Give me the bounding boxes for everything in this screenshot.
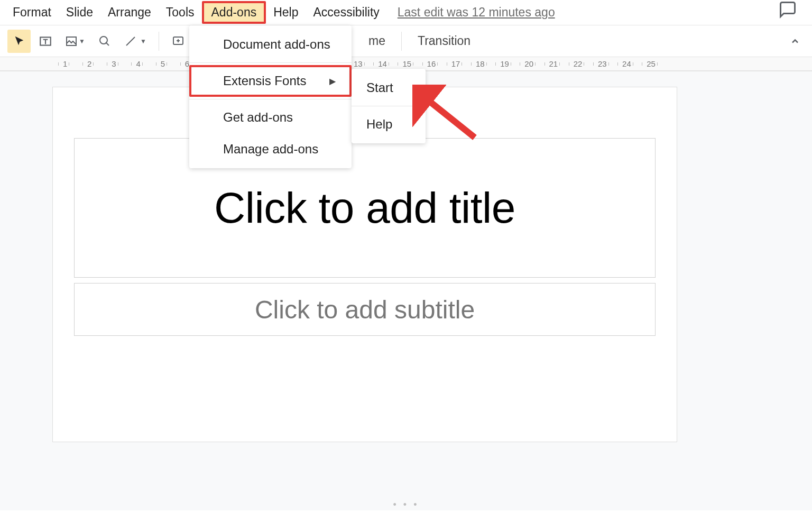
menu-format[interactable]: Format [5,3,59,22]
ruler-tick: 4 [126,59,151,68]
ruler-tick: 5 [151,59,175,68]
ruler-tick: 25 [639,59,663,68]
ruler-tick: 16 [419,59,444,68]
submenu-help[interactable]: Help [352,108,426,140]
toolbar-separator [401,32,402,51]
title-placeholder[interactable]: Click to add title [74,138,656,278]
addons-manage-addons[interactable]: Manage add-ons [189,133,352,165]
ruler-tick: 2 [77,59,102,68]
menu-accessibility[interactable]: Accessibility [306,3,387,22]
ruler-tick: 17 [444,59,468,68]
ruler-tick: 14 [370,59,394,68]
addons-extensis-fonts[interactable]: Extensis Fonts ▶ [189,65,352,97]
ruler-tick: 15 [395,59,419,68]
textbox-tool[interactable] [34,30,57,53]
ruler-tick: 24 [614,59,639,68]
submenu-arrow-icon: ▶ [329,76,336,86]
shape-tool[interactable] [93,30,116,53]
toolbar-separator [159,32,159,51]
menu-item-label: Extensis Fonts [223,74,306,88]
collapse-toolbar-icon[interactable] [786,32,805,51]
bottom-drag-handle[interactable]: • • • [393,499,419,510]
transition-button[interactable]: Transition [409,30,479,52]
toolbar: ▼ ▼ me Transition [0,25,812,57]
extensis-submenu: Start Help [352,69,426,143]
ruler-tick: 3 [102,59,126,68]
addons-dropdown: Document add-ons Extensis Fonts ▶ Get ad… [189,25,352,168]
addons-get-addons[interactable]: Get add-ons [189,102,352,133]
subtitle-placeholder[interactable]: Click to add subtitle [74,283,656,336]
menu-item-label: Start [366,80,393,95]
addons-document-addons[interactable]: Document add-ons [189,29,352,60]
menu-item-label: Document add-ons [223,37,330,52]
menu-arrange[interactable]: Arrange [100,3,159,22]
select-tool[interactable] [7,30,31,53]
menu-tools[interactable]: Tools [159,3,202,22]
ruler-tick: 22 [566,59,590,68]
comments-icon[interactable] [778,0,797,22]
svg-line-3 [126,37,135,45]
menu-item-label: Help [366,117,392,132]
submenu-start[interactable]: Start [352,72,426,104]
ruler-tick: 19 [492,59,516,68]
ruler-tick: 21 [541,59,566,68]
last-edit-time[interactable]: Last edit was 12 minutes ago [398,5,555,20]
ruler-tick: 20 [517,59,541,68]
ruler-tick: 18 [468,59,492,68]
menu-divider [189,99,352,99]
theme-button-partial[interactable]: me [360,30,394,52]
menu-addons[interactable]: Add-ons [202,1,266,24]
menu-slide[interactable]: Slide [59,3,100,22]
image-tool[interactable]: ▼ [60,30,90,53]
menu-divider [352,106,426,106]
ruler-tick: 23 [590,59,614,68]
comment-tool[interactable] [167,30,190,53]
menu-item-label: Get add-ons [223,110,293,125]
menu-item-label: Manage add-ons [223,142,318,157]
menubar: Format Slide Arrange Tools Add-ons Help … [0,0,812,25]
line-tool[interactable]: ▼ [119,30,151,53]
menu-help[interactable]: Help [266,3,306,22]
ruler-tick: 1 [53,59,77,68]
menu-divider [189,62,352,63]
